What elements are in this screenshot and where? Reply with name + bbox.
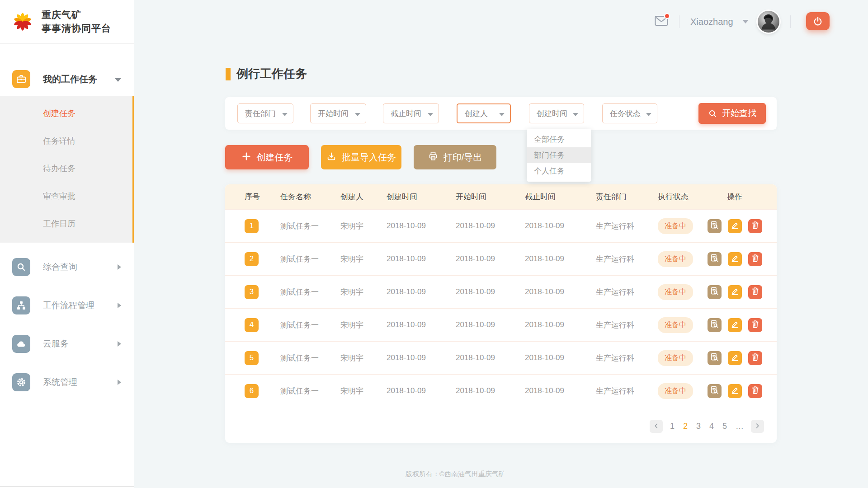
dropdown-option[interactable]: 部门任务 xyxy=(527,147,591,163)
mail-button[interactable] xyxy=(655,15,668,27)
delete-button[interactable] xyxy=(748,252,762,266)
pencil-icon xyxy=(730,286,740,297)
created-date-cell: 2018-10-09 xyxy=(387,386,456,395)
sidebar-section-my-tasks[interactable]: 我的工作任务 xyxy=(0,68,134,90)
sidebar-divider xyxy=(0,486,134,487)
row-number-badge: 1 xyxy=(245,219,259,233)
filter-dropdown[interactable]: 开始时间 xyxy=(310,103,366,123)
sidebar-group-item[interactable]: 系统管理 xyxy=(0,363,134,401)
username[interactable]: Xiaozhang xyxy=(690,17,733,27)
status-badge: 准备中 xyxy=(658,284,693,300)
dropdown-option[interactable]: 全部任务 xyxy=(527,131,591,147)
prev-page-button[interactable] xyxy=(650,420,663,433)
view-button[interactable] xyxy=(708,252,722,266)
edit-button[interactable] xyxy=(728,252,742,266)
trash-icon xyxy=(750,352,760,363)
table-row: 4测试任务一宋明宇2018-10-092018-10-092018-10-09生… xyxy=(225,308,777,341)
sidebar-subitem[interactable]: 待办任务 xyxy=(0,155,132,183)
sitemap-icon xyxy=(12,296,30,314)
filter-dropdown-label: 截止时间 xyxy=(391,108,421,119)
sidebar-group-item[interactable]: 综合查询 xyxy=(0,248,134,286)
creator-cell: 宋明宇 xyxy=(340,320,387,330)
dropdown-option[interactable]: 个人任务 xyxy=(527,163,591,179)
brand-title: 重庆气矿 事事清协同平台 xyxy=(42,8,111,36)
edit-button[interactable] xyxy=(728,285,742,299)
column-header: 序号 xyxy=(225,192,280,202)
avatar[interactable] xyxy=(758,11,779,33)
sidebar-subitem[interactable]: 创建任务 xyxy=(0,100,132,127)
task-name-cell: 测试任务一 xyxy=(280,287,340,297)
sidebar-subitem[interactable]: 审查审批 xyxy=(0,183,132,210)
row-actions xyxy=(708,351,777,365)
edit-button[interactable] xyxy=(728,351,742,365)
view-button[interactable] xyxy=(708,351,722,365)
edit-button[interactable] xyxy=(728,384,742,398)
sidebar-group-item[interactable]: 云服务 xyxy=(0,324,134,363)
trash-icon xyxy=(750,221,760,231)
filter-dropdown[interactable]: 任务状态 xyxy=(602,103,657,123)
page-number[interactable]: 3 xyxy=(695,422,702,431)
view-button[interactable] xyxy=(708,384,722,398)
page-number[interactable]: 2 xyxy=(682,422,689,431)
chevron-right-icon xyxy=(754,422,761,431)
delete-button[interactable] xyxy=(748,318,762,332)
view-button[interactable] xyxy=(708,285,722,299)
sidebar-group-label: 综合查询 xyxy=(43,261,77,273)
creator-cell: 宋明宇 xyxy=(340,254,387,264)
action-button[interactable]: 批量导入任务 xyxy=(321,145,401,169)
sidebar-subitem[interactable]: 工作日历 xyxy=(0,210,132,238)
filter-dropdown-label: 开始时间 xyxy=(318,108,349,119)
next-page-button[interactable] xyxy=(751,420,764,433)
edit-button[interactable] xyxy=(728,318,742,332)
chevron-down-icon[interactable] xyxy=(742,20,749,23)
created-date-cell: 2018-10-09 xyxy=(387,254,456,263)
action-button[interactable]: 打印/导出 xyxy=(414,145,496,169)
start-date-cell: 2018-10-09 xyxy=(456,254,525,263)
logout-button[interactable] xyxy=(806,12,830,30)
filter-dropdown[interactable]: 创建人 xyxy=(457,103,511,123)
chevron-down-icon xyxy=(646,113,651,116)
page-number[interactable]: … xyxy=(734,422,745,431)
page-number[interactable]: 4 xyxy=(708,422,715,431)
created-date-cell: 2018-10-09 xyxy=(387,287,456,296)
pencil-icon xyxy=(730,352,740,363)
filter-dropdown[interactable]: 责任部门 xyxy=(237,103,293,123)
chevron-right-icon xyxy=(118,303,121,308)
page-number[interactable]: 5 xyxy=(721,422,728,431)
delete-button[interactable] xyxy=(748,351,762,365)
brand-block: 重庆气矿 事事清协同平台 xyxy=(0,0,134,44)
status-badge: 准备中 xyxy=(658,383,693,399)
action-buttons: 创建任务批量导入任务打印/导出 xyxy=(225,145,496,169)
action-button[interactable]: 创建任务 xyxy=(225,145,309,169)
sidebar-group-item[interactable]: 工作流程管理 xyxy=(0,286,134,324)
column-header: 截止时间 xyxy=(525,192,596,202)
chevron-right-icon xyxy=(118,380,121,385)
status-badge: 准备中 xyxy=(658,218,693,234)
sidebar-subitem[interactable]: 任务详情 xyxy=(0,127,132,155)
chevron-down-icon xyxy=(355,113,360,116)
row-actions xyxy=(708,285,777,299)
start-date-cell: 2018-10-09 xyxy=(456,320,525,329)
document-search-icon xyxy=(710,352,719,363)
edit-button[interactable] xyxy=(728,219,742,233)
search-button[interactable]: 开始查找 xyxy=(698,103,766,124)
row-number-badge: 4 xyxy=(245,318,259,332)
task-name-cell: 测试任务一 xyxy=(280,221,340,231)
department-cell: 生产运行科 xyxy=(596,221,658,231)
creator-cell: 宋明宇 xyxy=(340,221,387,231)
status-badge: 准备中 xyxy=(658,251,693,267)
delete-button[interactable] xyxy=(748,384,762,398)
filter-dropdown[interactable]: 创建时间 xyxy=(529,103,584,123)
page-number[interactable]: 1 xyxy=(669,422,676,431)
filter-dropdown[interactable]: 截止时间 xyxy=(383,103,439,123)
delete-button[interactable] xyxy=(748,285,762,299)
view-button[interactable] xyxy=(708,318,722,332)
column-header: 开始时间 xyxy=(456,192,525,202)
view-button[interactable] xyxy=(708,219,722,233)
petrochina-flower-logo xyxy=(11,10,34,33)
creator-cell: 宋明宇 xyxy=(340,386,387,396)
delete-button[interactable] xyxy=(748,219,762,233)
plus-icon xyxy=(241,151,251,164)
row-actions xyxy=(708,219,777,233)
trash-icon xyxy=(750,319,760,330)
